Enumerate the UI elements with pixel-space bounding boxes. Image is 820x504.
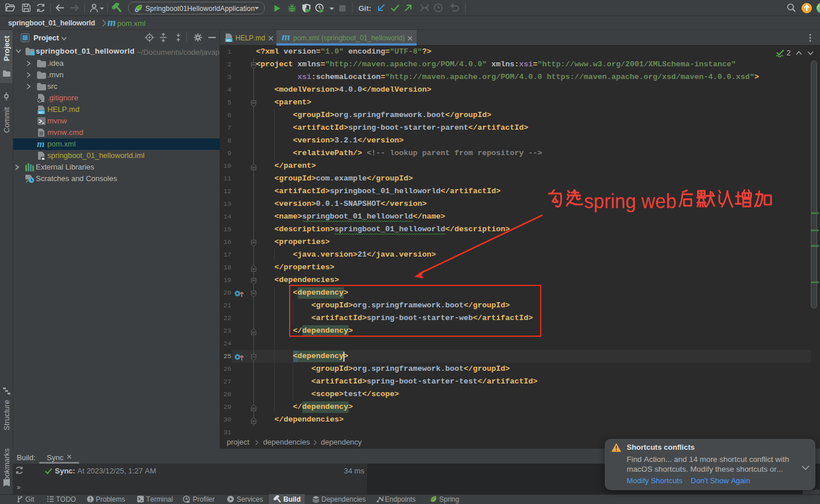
svg-text:spring web: spring web — [584, 190, 676, 213]
svg-text:MD: MD — [226, 39, 232, 42]
svg-text:MD: MD — [39, 111, 44, 114]
